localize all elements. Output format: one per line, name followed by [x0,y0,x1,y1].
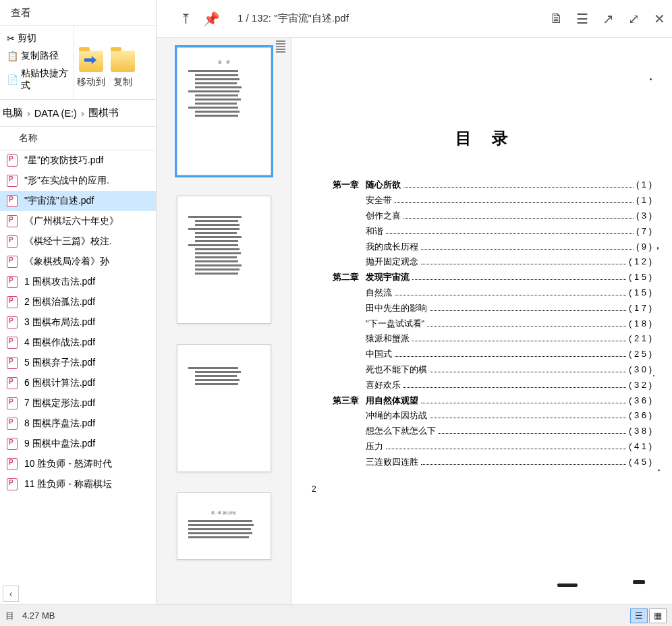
breadcrumb-drive[interactable]: DATA (E:) [34,108,77,119]
toc-dots [403,387,626,388]
file-row[interactable]: 2 围棋治孤法.pdf [0,292,156,312]
pdf-file-icon [7,438,18,450]
toc-dots [403,187,634,188]
column-header-name[interactable]: 名称 [0,127,156,150]
thumbnail-page-1[interactable]: 目 录 [177,47,271,175]
file-list: "星"的攻防技巧.pdf"形"在实战中的应用."宇宙流"自述.pdf《广州棋坛六… [0,150,156,494]
file-name: 10 胜负师 - 怒涛时代 [24,458,112,470]
file-row[interactable]: 《棋经十三篇》校注. [0,231,156,252]
move-to-button[interactable]: 移动到 [74,31,108,94]
thumbnail-strip[interactable]: 目 录 第一章 随心所欲 [157,38,291,604]
toc-page: 目录 第一章随心所欲( 1 )安全带( 1 )创作之喜( 3 )和谐( 7 )我… [312,125,652,496]
file-row[interactable]: "星"的攻防技巧.pdf [0,150,156,171]
scroll-top-icon: ⤒ [180,11,192,27]
pdf-file-icon [7,377,18,389]
pdf-file-icon [7,316,18,329]
toc-page-num: ( 2 5 ) [629,347,652,362]
breadcrumb-folder[interactable]: 围棋书 [88,107,119,119]
breadcrumb[interactable]: 电脑 › DATA (E:) › 围棋书 [0,100,156,127]
file-name: "形"在实战中的应用. [24,175,109,187]
toc-entry: 死也不能下的棋( 3 0 ) [312,363,652,377]
file-row[interactable]: 《广州棋坛六十年史》 [0,211,156,231]
file-row[interactable]: "形"在实战中的应用. [0,171,156,191]
file-row[interactable]: 6 围棋计算法.pdf [0,373,156,393]
toc-item-title: 猿派和蟹派 [366,332,410,346]
file-row[interactable]: 7 围棋定形法.pdf [0,393,156,414]
file-row[interactable]: 10 胜负师 - 怒涛时代 [0,454,156,474]
toc-entry: 和谐( 7 ) [312,225,652,239]
file-row[interactable]: "宇宙流"自述.pdf [0,191,156,211]
toc-dots [395,356,626,357]
toc-entry: 自然流( 1 5 ) [312,286,652,300]
pdf-file-icon [7,357,18,369]
file-row[interactable]: 《象棋残局冷着》孙 [0,252,156,272]
file-row[interactable]: 3 围棋布局法.pdf [0,312,156,333]
toc-entry: 安全带( 1 ) [312,194,652,208]
chevron-right-icon: › [27,108,30,119]
scroll-back-button[interactable]: ‹ [3,586,19,602]
pin-button[interactable]: 📌 [198,6,224,32]
new-page-button[interactable]: 🗎 [544,6,569,32]
toc-item-title: 用自然体观望 [366,394,418,408]
copy-path-action[interactable]: 📋复制路径 [3,47,74,65]
outline-button[interactable]: ☰ [569,6,595,32]
toc-entry: 三连败四连胜( 4 5 ) [312,455,652,469]
toc-dots [386,449,626,449]
toc-chapter: 第二章 [312,271,359,285]
file-row[interactable]: 5 围棋弃子法.pdf [0,353,156,373]
toc-dots [412,341,626,341]
scroll-top-button[interactable]: ⤒ [173,6,198,32]
file-name: "星"的攻防技巧.pdf [24,154,103,167]
breadcrumb-pc[interactable]: 电脑 [3,107,23,119]
toc-item-title: 想怎么下就怎么下 [366,424,436,438]
toc-dots [421,464,626,465]
toc-item-title: 死也不能下的棋 [366,363,427,377]
file-row[interactable]: 11 胜负师 - 称霸棋坛 [0,474,156,494]
toc-item-title: 田中先生的影响 [366,302,427,316]
thumbnail-page-2[interactable] [177,196,271,324]
file-row[interactable]: 8 围棋序盘法.pdf [0,414,156,434]
paste-shortcut-action[interactable]: 📄粘贴快捷方式 [3,65,74,94]
page-indicator: 1 / 132: "宇宙流"自述.pdf [237,12,349,25]
thumbnail-page-3[interactable] [177,344,271,472]
grid-icon: ▦ [654,610,662,621]
toc-item-title: 三连败四连胜 [366,455,418,469]
grab-handle-icon[interactable] [276,40,285,53]
pdf-file-icon [7,296,18,308]
share-button[interactable]: ↗ [595,6,621,32]
toc-item-title: 我的成长历程 [366,240,418,254]
pdf-file-icon [7,195,18,207]
page-number: 2 [312,483,652,496]
status-bar: 目 4.27 MB ☰ ▦ [0,604,672,626]
file-name: 7 围棋定形法.pdf [24,397,95,409]
pdf-file-icon [7,256,18,268]
icons-view-button[interactable]: ▦ [649,608,667,623]
toc-entry: 想怎么下就怎么下( 3 8 ) [312,424,652,438]
file-explorer-panel: 查看 ✂剪切 📋复制路径 📄粘贴快捷方式 移动到 复制 电脑 › DATA (E… [0,0,157,626]
file-row[interactable]: 1 围棋攻击法.pdf [0,272,156,292]
toc-item-title: 安全带 [366,194,392,208]
close-button[interactable]: ✕ [646,6,672,32]
toc-item-title: 发现宇宙流 [366,271,410,285]
view-menu[interactable]: 查看 [0,0,156,26]
pdf-file-icon [7,458,18,470]
file-row[interactable]: 9 围棋中盘法.pdf [0,434,156,454]
file-name: 3 围棋布局法.pdf [24,316,95,329]
thumbnail-page-4[interactable]: 第一章 随心所欲 [177,492,271,560]
copy-to-button[interactable]: 复制 [108,31,138,94]
cut-action[interactable]: ✂剪切 [3,30,74,47]
pdf-body: 目 录 第一章 随心所欲 [157,38,672,604]
details-view-button[interactable]: ☰ [630,608,648,623]
toc-entry: 第一章随心所欲( 1 ) [312,178,652,192]
toc-dots [430,418,626,418]
fullscreen-button[interactable]: ⤢ [621,6,646,32]
pdf-page-view[interactable]: 目录 第一章随心所欲( 1 )安全带( 1 )创作之喜( 3 )和谐( 7 )我… [291,38,672,604]
toc-page-num: ( 1 8 ) [629,317,652,331]
toc-dots [427,326,626,326]
toc-entry: 抛开固定观念( 1 2 ) [312,255,652,269]
toc-page-num: ( 1 5 ) [629,286,652,300]
toc-chapter: 第一章 [312,178,359,192]
file-row[interactable]: 4 围棋作战法.pdf [0,333,156,353]
pdf-file-icon [7,397,18,409]
folder-copy-icon [111,51,135,72]
